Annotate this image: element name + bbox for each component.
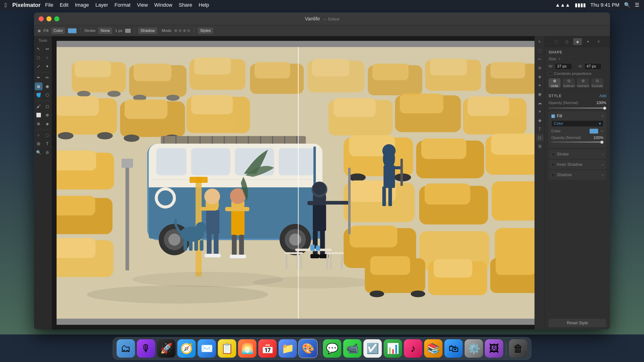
shape-btn[interactable]: □: [536, 134, 544, 142]
mask-tab[interactable]: ◻: [562, 38, 571, 45]
size-dropdown-arrow[interactable]: ▼: [558, 57, 561, 61]
notes-icon[interactable]: 📋: [218, 339, 236, 358]
constrain-checkbox[interactable]: [548, 72, 552, 76]
layers-tab[interactable]: ⬚: [552, 38, 561, 45]
books-icon[interactable]: 📚: [424, 339, 442, 358]
blur-tool[interactable]: ◌: [44, 131, 51, 139]
pen-btn[interactable]: ⌘: [536, 143, 544, 150]
fill-checkbox[interactable]: ✓: [551, 114, 555, 118]
width-input[interactable]: 37 px: [555, 63, 572, 70]
menu-layer[interactable]: Layer: [96, 2, 108, 8]
reset-style-button[interactable]: Reset Style: [548, 319, 606, 327]
brush-tool[interactable]: 🖌: [35, 102, 42, 110]
magic-select[interactable]: ✦: [44, 62, 51, 70]
transform-btn[interactable]: ⬚: [536, 47, 544, 54]
menu-edit[interactable]: Edit: [60, 2, 68, 8]
effects-tab[interactable]: ✦: [584, 38, 592, 45]
eyedropper-tool[interactable]: ⊘: [44, 149, 51, 157]
stroke-color-box[interactable]: [125, 29, 131, 33]
trash-icon[interactable]: 🗑: [509, 339, 528, 358]
fill-color-box[interactable]: [68, 28, 76, 33]
siri-icon[interactable]: 🎙: [137, 339, 155, 358]
repair-btn[interactable]: ✶: [536, 108, 544, 115]
calendar-icon[interactable]: 📅: [258, 339, 277, 358]
smart-fill[interactable]: ◈: [44, 120, 51, 128]
pen-tool[interactable]: ✒: [35, 74, 42, 82]
canvas-area[interactable]: [52, 36, 545, 329]
opacity-slider-thumb[interactable]: [603, 107, 606, 110]
fill-dropdown-arrow[interactable]: ▾: [602, 114, 604, 118]
photos-icon[interactable]: 🌅: [238, 339, 256, 358]
fill-opacity-thumb[interactable]: [600, 141, 604, 144]
minimize-button[interactable]: [46, 16, 52, 21]
exclude-button[interactable]: ⊘ Exclude: [591, 78, 603, 88]
music-icon[interactable]: ♪: [404, 339, 422, 358]
messages-icon[interactable]: 💬: [323, 339, 341, 358]
paint-bucket[interactable]: 🪣: [35, 91, 42, 99]
arrow-tool[interactable]: ↖: [536, 38, 544, 45]
fill-type-selector[interactable]: Color: [51, 27, 65, 34]
mail-icon[interactable]: ✉️: [198, 339, 216, 358]
safari-icon[interactable]: 🧭: [177, 339, 196, 358]
brush-btn[interactable]: ✦: [536, 82, 544, 89]
intersect-button[interactable]: ⊗ Intersect: [577, 78, 589, 88]
ellipse-select-tool[interactable]: ○: [44, 54, 51, 62]
magic-select-btn[interactable]: ⊕: [536, 64, 544, 72]
clone-btn[interactable]: ☁: [536, 99, 544, 107]
reminders-icon[interactable]: ☑️: [364, 339, 382, 358]
menu-file[interactable]: File: [45, 2, 53, 8]
crop-btn[interactable]: ✂: [536, 56, 544, 63]
shape-tool[interactable]: ◼: [35, 82, 42, 90]
gradient-fill[interactable]: ⬡: [44, 91, 51, 99]
stroke-checkbox[interactable]: [551, 153, 555, 156]
styles-button[interactable]: Styles: [198, 27, 213, 34]
color-edit-button[interactable]: ✏: [600, 129, 604, 134]
finder-icon[interactable]: 🗂: [116, 339, 135, 358]
subtract-button[interactable]: ⊖ Subtract: [563, 78, 575, 88]
search-icon[interactable]: 🔍: [624, 2, 630, 8]
zoom-tool[interactable]: 🔍: [35, 149, 42, 157]
rect-select-tool[interactable]: □: [35, 54, 42, 62]
files-icon[interactable]: 📁: [278, 339, 297, 358]
pixel-brush[interactable]: ◻: [44, 102, 51, 110]
freeform-select[interactable]: ⤢: [35, 62, 42, 70]
adjust-tab[interactable]: ≡: [594, 38, 603, 45]
move-tool[interactable]: ↖: [35, 45, 42, 53]
shadow-checkbox[interactable]: [551, 173, 555, 177]
apple-menu[interactable]: : [4, 1, 7, 9]
color-swatch[interactable]: [590, 129, 598, 134]
shadow-button[interactable]: Shadow: [138, 27, 157, 34]
mode-icons[interactable]: ⊕ ⊖ ⊗ ⊘: [174, 28, 190, 33]
text-btn[interactable]: T: [536, 125, 544, 133]
shape-custom[interactable]: ◉: [44, 82, 51, 90]
stroke-type-selector[interactable]: None: [98, 27, 112, 34]
dodge-tool[interactable]: ○: [35, 131, 42, 139]
menu-help[interactable]: Help: [199, 2, 209, 8]
height-stepper[interactable]: [603, 65, 606, 68]
menu-format[interactable]: Format: [114, 2, 131, 8]
launchpad-icon[interactable]: 🚀: [157, 339, 176, 358]
eraser-tool[interactable]: ⬜: [35, 111, 42, 119]
unite-button[interactable]: ⊕ Unite: [548, 78, 560, 88]
system-prefs-icon[interactable]: ⚙️: [464, 339, 483, 358]
shadow-arrow[interactable]: ▾: [602, 173, 604, 177]
style-add-button[interactable]: Add: [600, 94, 606, 98]
clone-stamp[interactable]: ⊕: [44, 111, 51, 119]
pixelmator-dock-icon[interactable]: 🎨: [299, 339, 317, 358]
notification-icon[interactable]: ☰: [635, 2, 640, 8]
menu-window[interactable]: Window: [154, 2, 172, 8]
smudge-btn[interactable]: ◉: [536, 90, 544, 98]
app-name[interactable]: Pixelmator: [12, 2, 41, 8]
text-tool[interactable]: T: [44, 140, 51, 148]
stroke-arrow[interactable]: ▾: [602, 153, 604, 156]
menu-image[interactable]: Image: [75, 2, 89, 8]
style-tab[interactable]: ◈: [573, 38, 582, 45]
close-button[interactable]: [39, 16, 44, 21]
crop-tool[interactable]: ⊞: [35, 140, 42, 148]
width-stepper[interactable]: [574, 65, 577, 68]
numbers-icon[interactable]: 📊: [384, 339, 402, 358]
menu-share[interactable]: Share: [179, 2, 192, 8]
menu-view[interactable]: View: [137, 2, 148, 8]
maximize-button[interactable]: [54, 16, 59, 21]
facetime-icon[interactable]: 📹: [343, 339, 362, 358]
